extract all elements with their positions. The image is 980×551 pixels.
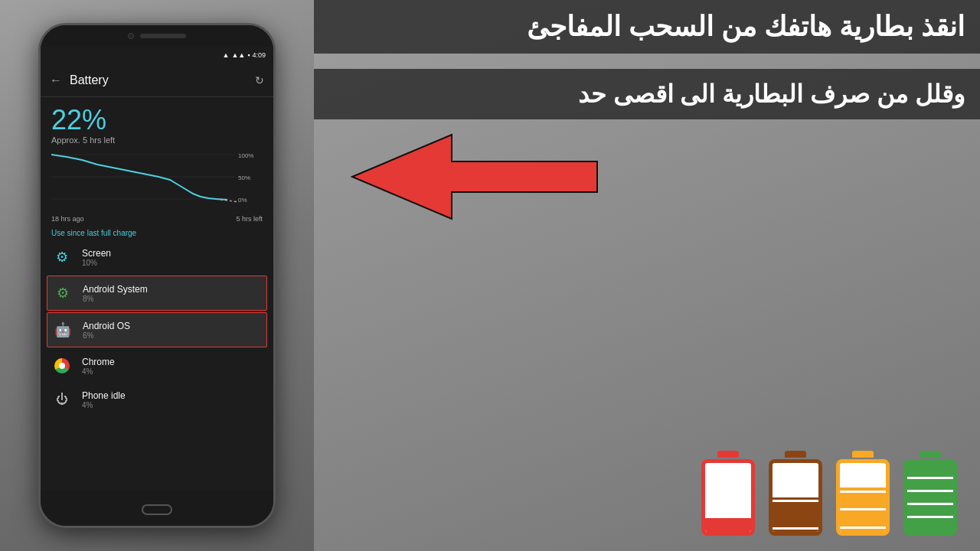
svg-text:50%: 50%: [238, 174, 250, 181]
battery-chart: 100% 50% 0%: [51, 151, 263, 212]
phone-idle-percent: 4%: [82, 401, 263, 409]
android-system-name: Android System: [83, 284, 262, 295]
phone-idle-icon: ⏻: [51, 389, 73, 410]
arabic-banner-mid: وقلل من صرف البطارية الى اقصى حد: [314, 69, 980, 119]
refresh-icon[interactable]: ↻: [255, 74, 264, 86]
red-arrow-svg: [337, 127, 612, 227]
svg-text:100%: 100%: [238, 152, 253, 159]
right-section: انقذ بطارية هاتفك من السحب المفاجئ وقلل …: [314, 0, 980, 551]
app-battery-list: ⚙ Screen 10% ⚙ Android System: [51, 240, 263, 416]
phone-speaker: [140, 34, 186, 38]
android-os-percent: 6%: [83, 331, 262, 340]
battery-icon-yellow: [836, 451, 890, 536]
phone-camera: [128, 33, 134, 39]
android-os-info: Android OS 6%: [83, 321, 262, 340]
battery-content: 22% Approx. 5 hrs left 100%: [41, 97, 273, 425]
battery-icons-row: [314, 435, 980, 551]
app-item-screen[interactable]: ⚙ Screen 10%: [51, 240, 263, 274]
status-bar: ▲ ▲▲ ▪ 4:09: [41, 47, 273, 64]
status-time: 4:09: [252, 51, 266, 59]
phone-section: ▲ ▲▲ ▪ 4:09 ← Battery ↻ 22% Approx. 5 hr…: [0, 0, 314, 551]
app-item-chrome[interactable]: Chrome 4%: [51, 349, 263, 383]
signal-icon: ▲▲: [231, 51, 245, 59]
chrome-info: Chrome 4%: [82, 357, 263, 376]
arabic-banner-top: انقذ بطارية هاتفك من السحب المفاجئ: [314, 0, 980, 54]
usage-since-label: Use since last full charge: [51, 229, 263, 237]
phone-bottom: [41, 491, 273, 528]
chrome-icon: [51, 355, 73, 377]
chart-left-label: 18 hrs ago: [51, 215, 84, 223]
android-system-icon: ⚙: [52, 282, 74, 304]
battery-percentage: 22%: [51, 106, 263, 134]
status-icons: ▲ ▲▲ ▪ 4:09: [223, 51, 266, 59]
phone-idle-info: Phone idle 4%: [82, 390, 263, 409]
home-button[interactable]: [142, 504, 172, 515]
arabic-mid-text: وقلل من صرف البطارية الى اقصى حد: [329, 80, 965, 109]
wifi-icon: ▲: [223, 51, 230, 59]
back-arrow-icon[interactable]: ←: [50, 73, 62, 87]
android-system-percent: 8%: [83, 295, 262, 303]
chart-right-label: 5 hrs left: [236, 215, 263, 223]
chrome-percent: 4%: [82, 367, 263, 376]
battery-time-left: Approx. 5 hrs left: [51, 135, 263, 145]
battery-status-icon: ▪: [247, 51, 250, 59]
app-item-phone-idle[interactable]: ⏻ Phone idle 4%: [51, 383, 263, 416]
battery-screen-title: Battery: [70, 73, 247, 87]
battery-icon-brown: [769, 451, 822, 536]
svg-text:0%: 0%: [238, 197, 247, 203]
screen-app-info: Screen 10%: [82, 248, 263, 267]
chart-time-labels: 18 hrs ago 5 hrs left: [51, 215, 263, 223]
battery-header: ← Battery ↻: [41, 64, 273, 97]
battery-icon-red: [701, 451, 755, 536]
screen-app-name: Screen: [82, 248, 263, 259]
phone-top-bar: [41, 25, 273, 47]
android-system-info: Android System 8%: [83, 284, 262, 303]
phone-mockup: ▲ ▲▲ ▪ 4:09 ← Battery ↻ 22% Approx. 5 hr…: [38, 23, 276, 528]
chrome-name: Chrome: [82, 357, 263, 367]
screen-app-percent: 10%: [82, 259, 263, 267]
battery-icon-green: [903, 451, 957, 536]
phone-idle-name: Phone idle: [82, 390, 263, 401]
middle-content: وقلل من صرف البطارية الى اقصى حد: [314, 54, 980, 435]
chart-svg: 100% 50% 0%: [51, 151, 258, 203]
screen-settings-icon: ⚙: [51, 246, 73, 268]
svg-marker-6: [352, 135, 597, 219]
app-item-android-os[interactable]: 🤖 Android OS 6%: [47, 312, 267, 347]
phone-screen: ▲ ▲▲ ▪ 4:09 ← Battery ↻ 22% Approx. 5 hr…: [41, 47, 273, 491]
android-os-icon: 🤖: [52, 319, 74, 341]
arrow-container: [314, 119, 980, 230]
app-item-android-system[interactable]: ⚙ Android System 8%: [47, 276, 267, 311]
android-os-name: Android OS: [83, 321, 262, 331]
arabic-top-text: انقذ بطارية هاتفك من السحب المفاجئ: [329, 11, 965, 43]
